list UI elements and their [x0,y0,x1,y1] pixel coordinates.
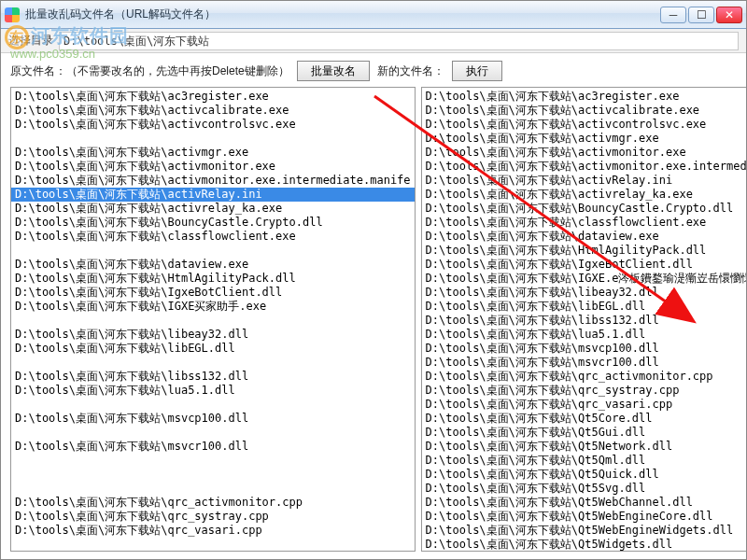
list-item[interactable]: D:\tools\桌面\河东下载站\IgxeBotClient.dll [11,286,415,300]
list-item[interactable]: D:\tools\桌面\河东下载站\Qt5Widgets.dll [422,538,747,551]
list-item[interactable]: D:\tools\桌面\河东下载站\lua5.1.dll [422,328,747,342]
window-title: 批量改乱码文件名（URL解码文件名） [25,7,660,22]
list-item[interactable]: D:\tools\桌面\河东下载站\activmonitor.exe.inter… [11,174,415,188]
execute-button[interactable]: 执行 [452,61,502,81]
list-item[interactable]: D:\tools\桌面\河东下载站\Qt5WebEngineCore.dll [422,510,747,524]
new-name-label: 新的文件名： [377,63,444,79]
list-item[interactable]: D:\tools\桌面\河东下载站\IgxeBotClient.dll [422,258,747,272]
list-item[interactable]: D:\tools\桌面\河东下载站\qrc_systray.cpp [11,510,415,524]
list-item[interactable]: D:\tools\桌面\河东下载站\Qt5WebChannel.dll [422,496,747,510]
list-item[interactable]: D:\tools\桌面\河东下载站\qrc_vasari.cpp [11,524,415,538]
path-input[interactable]: D:\tools\桌面\河东下载站 [59,32,739,50]
close-button[interactable]: ✕ [716,7,742,23]
list-item[interactable]: D:\tools\桌面\河东下载站\libeay32.dll [422,286,747,300]
list-item[interactable]: D:\tools\桌面\河东下载站\HtmlAgilityPack.dll [422,244,747,258]
list-item[interactable]: D:\tools\桌面\河东下载站\Qt5Quick.dll [422,468,747,482]
action-row: 原文件名：（不需要改名的，先选中再按Delete键删除） 批量改名 新的文件名：… [1,53,746,87]
new-file-list[interactable]: D:\tools\桌面\河东下载站\ac3register.exeD:\tool… [422,88,747,551]
list-item[interactable] [11,244,415,258]
list-item[interactable]: D:\tools\桌面\河东下载站\activmonitor.exe.inter… [422,160,747,174]
list-item[interactable]: D:\tools\桌面\河东下载站\activmgr.exe [11,146,415,160]
panes: D:\tools\桌面\河东下载站\ac3register.exeD:\tool… [1,87,746,560]
list-item[interactable]: D:\tools\桌面\河东下载站\qrc_vasari.cpp [422,398,747,412]
list-item[interactable]: D:\tools\桌面\河东下载站\activcontrolsvc.exe [11,118,415,132]
list-item[interactable]: D:\tools\桌面\河东下载站\dataview.exe [11,258,415,272]
list-item[interactable]: D:\tools\桌面\河东下载站\qrc_activmonitor.cpp [11,496,415,510]
list-item[interactable]: D:\tools\桌面\河东下载站\Qt5Gui.dll [422,426,747,440]
list-item[interactable]: D:\tools\桌面\河东下载站\dataview.exe [422,230,747,244]
list-item[interactable]: D:\tools\桌面\河东下载站\msvcp100.dll [422,342,747,356]
caption-buttons: ─ ☐ ✕ [660,7,742,23]
list-item[interactable]: D:\tools\桌面\河东下载站\libEGL.dll [422,300,747,314]
list-item[interactable] [11,468,415,482]
list-item[interactable]: D:\tools\桌面\河东下载站\msvcr100.dll [11,440,415,454]
list-item[interactable]: D:\tools\桌面\河东下载站\Qt5Qml.dll [422,454,747,468]
choose-dir-label[interactable]: 选择目录 [8,33,53,49]
list-item[interactable]: D:\tools\桌面\河东下载站\activcalibrate.exe [11,104,415,118]
list-item[interactable] [11,356,415,370]
list-item[interactable] [11,426,415,440]
list-item[interactable]: D:\tools\桌面\河东下载站\activmonitor.exe [422,146,747,160]
list-item[interactable]: D:\tools\桌面\河东下载站\libeay32.dll [11,328,415,342]
list-item[interactable]: D:\tools\桌面\河东下载站\Qt5WebEngineWidgets.dl… [422,524,747,538]
list-item[interactable]: D:\tools\桌面\河东下载站\activRelay.ini [422,174,747,188]
list-item[interactable]: D:\tools\桌面\河东下载站\msvcp100.dll [11,412,415,426]
list-item[interactable]: D:\tools\桌面\河东下载站\IGXE买家助手.exe [11,300,415,314]
list-item[interactable]: D:\tools\桌面\河东下载站\libEGL.dll [11,342,415,356]
list-item[interactable]: D:\tools\桌面\河东下载站\BouncyCastle.Crypto.dl… [422,202,747,216]
app-icon [5,7,20,22]
list-item[interactable]: D:\tools\桌面\河东下载站\activRelay.ini [11,188,415,202]
maximize-button[interactable]: ☐ [688,7,714,23]
directory-toolbar: 选择目录 D:\tools\桌面\河东下载站 [1,29,746,53]
batch-rename-button[interactable]: 批量改名 [297,61,370,81]
list-item[interactable]: D:\tools\桌面\河东下载站\Qt5Core.dll [422,412,747,426]
list-item[interactable]: D:\tools\桌面\河东下载站\Qt5Svg.dll [422,482,747,496]
list-item[interactable]: D:\tools\桌面\河东下载站\qrc_activmonitor.cpp [422,370,747,384]
list-item[interactable]: D:\tools\桌面\河东下载站\activcontrolsvc.exe [422,118,747,132]
original-name-label: 原文件名：（不需要改名的，先选中再按Delete键删除） [10,63,289,79]
list-item[interactable] [11,398,415,412]
list-item[interactable]: D:\tools\桌面\河东下载站\HtmlAgilityPack.dll [11,272,415,286]
list-item[interactable] [11,314,415,328]
list-item[interactable]: D:\tools\桌面\河东下载站\activrelay_ka.exe [11,202,415,216]
list-item[interactable]: D:\tools\桌面\河东下载站\libss132.dll [11,370,415,384]
list-item[interactable]: D:\tools\桌面\河东下载站\ac3register.exe [11,90,415,104]
list-item[interactable]: D:\tools\桌面\河东下载站\Qt5Network.dll [422,440,747,454]
minimize-button[interactable]: ─ [660,7,686,23]
titlebar: 批量改乱码文件名（URL解码文件名） ─ ☐ ✕ [1,1,746,29]
list-item[interactable]: D:\tools\桌面\河东下载站\activcalibrate.exe [422,104,747,118]
list-item[interactable] [11,454,415,468]
list-item[interactable] [11,132,415,146]
list-item[interactable]: D:\tools\桌面\河东下载站\classflowclient.exe [422,216,747,230]
list-item[interactable]: D:\tools\桌面\河东下载站\activmonitor.exe [11,160,415,174]
list-item[interactable]: D:\tools\桌面\河东下载站\classflowclient.exe [11,230,415,244]
list-item[interactable]: D:\tools\桌面\河东下载站\activrelay_ka.exe [422,188,747,202]
list-item[interactable]: D:\tools\桌面\河东下载站\libss132.dll [422,314,747,328]
list-item[interactable] [11,482,415,496]
list-item[interactable]: D:\tools\桌面\河东下载站\BouncyCastle.Crypto.dl… [11,216,415,230]
list-item[interactable]: D:\tools\桌面\河东下载站\IGXE.e涔板鐨鍪瑜湜玂岦岳懁懰懁地耀 [422,272,747,286]
original-file-list[interactable]: D:\tools\桌面\河东下载站\ac3register.exeD:\tool… [11,88,415,551]
new-file-list-wrap: D:\tools\桌面\河东下载站\ac3register.exeD:\tool… [421,87,747,552]
list-item[interactable]: D:\tools\桌面\河东下载站\ac3register.exe [422,90,747,104]
list-item[interactable]: D:\tools\桌面\河东下载站\msvcr100.dll [422,356,747,370]
list-item[interactable]: D:\tools\桌面\河东下载站\qrc_systray.cpp [422,384,747,398]
list-item[interactable]: D:\tools\桌面\河东下载站\lua5.1.dll [11,384,415,398]
list-item[interactable]: D:\tools\桌面\河东下载站\activmgr.exe [422,132,747,146]
original-file-list-wrap: D:\tools\桌面\河东下载站\ac3register.exeD:\tool… [10,87,416,552]
